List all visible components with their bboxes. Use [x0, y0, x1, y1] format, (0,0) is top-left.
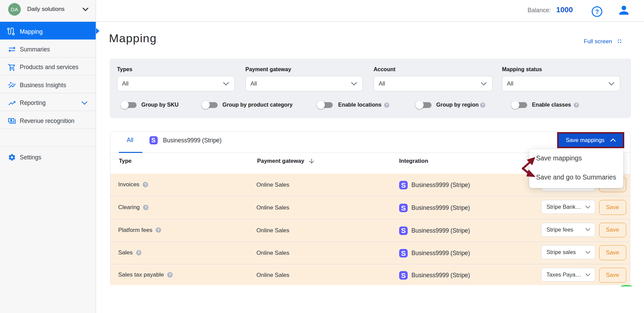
svg-text:?: ?	[595, 9, 599, 15]
